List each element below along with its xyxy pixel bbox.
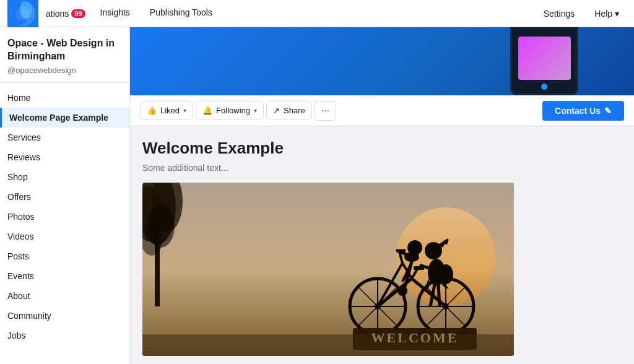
share-button[interactable]: ↗ Share [266, 102, 312, 119]
sidebar-item-offers[interactable]: Offers [0, 187, 129, 207]
sidebar-item-shop[interactable]: Shop [0, 167, 129, 187]
liked-chevron-icon: ▾ [183, 107, 186, 114]
svg-point-3 [15, 6, 30, 21]
settings-button[interactable]: Settings [536, 5, 583, 22]
bell-icon: 🔔 [202, 106, 212, 115]
page-name: Opace - Web Design in Birmingham [7, 37, 122, 63]
nav-publishing-tools[interactable]: Publishing Tools [140, 0, 222, 27]
page-handle: @opacewebdesign [7, 66, 122, 75]
sidebar-item-welcome-page-example[interactable]: Welcome Page Example [0, 108, 129, 128]
top-navigation: ations 99 Insights Publishing Tools Sett… [0, 0, 634, 27]
thumbs-up-icon: 👍 [147, 106, 157, 115]
cover-banner [130, 27, 634, 95]
sidebar-item-about[interactable]: About [0, 286, 129, 306]
notifications-text: ations [46, 9, 69, 19]
nav-right: Settings Help ▾ [536, 5, 627, 22]
page-title: Welcome Example [142, 139, 622, 158]
help-button[interactable]: Help ▾ [587, 5, 627, 22]
sidebar: Opace - Web Design in Birmingham @opacew… [0, 27, 130, 364]
following-button[interactable]: 🔔 Following ▾ [196, 102, 264, 119]
sidebar-item-videos[interactable]: Videos [0, 227, 129, 246]
device-home-button [541, 84, 547, 90]
sidebar-item-photos[interactable]: Photos [0, 207, 129, 227]
content-area: 👍 Liked ▾ 🔔 Following ▾ ↗ Share ··· Cont… [130, 27, 634, 364]
liked-button[interactable]: 👍 Liked ▾ [140, 102, 193, 119]
sidebar-item-services[interactable]: Services [0, 128, 129, 147]
share-icon: ↗ [273, 106, 280, 115]
nav-insights[interactable]: Insights [90, 0, 140, 27]
sidebar-item-community[interactable]: Community [0, 306, 129, 326]
sidebar-item-jobs[interactable]: Jobs [0, 326, 129, 345]
page-content: Welcome Example Some additional text... [130, 126, 634, 364]
welcome-image: WELCOME [142, 183, 514, 356]
device-screen [518, 37, 571, 80]
svg-point-35 [407, 240, 422, 255]
more-options-button[interactable]: ··· [315, 101, 336, 121]
svg-rect-47 [142, 334, 514, 356]
page-info: Opace - Web Design in Birmingham @opacew… [0, 27, 129, 83]
sidebar-nav: Home Welcome Page Example Services Revie… [0, 83, 129, 350]
sidebar-item-home[interactable]: Home [0, 88, 129, 108]
svg-line-44 [438, 285, 440, 306]
notifications-badge: 99 [71, 9, 85, 18]
following-chevron-icon: ▾ [254, 107, 257, 114]
sidebar-item-events[interactable]: Events [0, 266, 129, 286]
edit-icon: ✎ [604, 106, 612, 116]
device-mockup [510, 27, 584, 95]
sidebar-item-reviews[interactable]: Reviews [0, 147, 129, 167]
logo [7, 0, 38, 27]
main-layout: Opace - Web Design in Birmingham @opacew… [0, 27, 634, 364]
contact-us-button[interactable]: Contact Us ✎ [542, 101, 624, 121]
action-bar: 👍 Liked ▾ 🔔 Following ▾ ↗ Share ··· Cont… [130, 95, 634, 126]
nav-left: ations 99 Insights Publishing Tools [7, 0, 222, 27]
subtitle-text: Some additional text... [142, 163, 622, 173]
sidebar-item-posts[interactable]: Posts [0, 246, 129, 266]
notifications-button[interactable]: ations 99 [41, 6, 90, 21]
